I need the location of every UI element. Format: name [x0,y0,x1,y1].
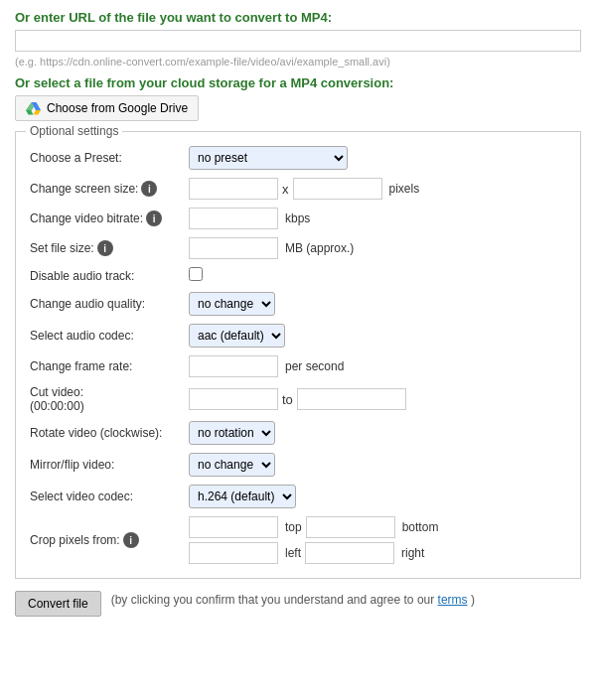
filesize-cell: MB (approx.) [187,233,568,263]
screen-size-cell: x pixels [187,174,568,204]
cut-video-row: Cut video: (00:00:00) to [28,381,568,417]
audio-quality-cell: no change [187,288,568,320]
filesize-label: Set file size: [30,241,94,255]
terms-link[interactable]: terms [438,593,468,607]
cloud-title: Or select a file from your cloud storage… [15,75,581,90]
bitrate-label-cell: Change video bitrate: i [28,204,187,233]
mirror-label: Mirror/flip video: [28,449,187,481]
video-codec-row: Select video codec: h.264 (default) [28,481,568,512]
convert-note-end: ) [471,593,475,607]
cut-to-label: to [282,392,293,407]
cut-to-input[interactable] [297,388,406,410]
gdrive-button[interactable]: Choose from Google Drive [15,95,199,121]
preset-cell: no preset [187,142,568,174]
filesize-info-icon[interactable]: i [97,240,113,256]
framerate-label: Change frame rate: [28,351,187,381]
audio-quality-label: Change audio quality: [28,288,187,320]
filesize-row: Set file size: i MB (approx.) [28,233,568,263]
crop-right-input[interactable] [305,542,394,564]
audio-codec-label: Select audio codec: [28,320,187,351]
rotate-select[interactable]: no rotation [189,421,275,445]
crop-bottom-input[interactable] [306,516,395,538]
video-codec-cell: h.264 (default) [187,481,568,512]
bitrate-unit: kbps [285,211,310,225]
crop-right-label: right [401,546,424,560]
crop-row: Crop pixels from: i top bottom left [28,512,568,568]
screen-size-label: Change screen size: [30,182,138,196]
footer-section: Convert file (by clicking you confirm th… [15,591,581,617]
bitrate-row: Change video bitrate: i kbps [28,204,568,233]
crop-label-cell: Crop pixels from: i [28,512,187,568]
screen-size-info-icon[interactable]: i [141,181,157,197]
crop-top-input[interactable] [189,516,278,538]
cut-video-label-cell: Cut video: (00:00:00) [28,381,187,417]
crop-top-label: top [285,520,302,534]
audio-quality-row: Change audio quality: no change [28,288,568,320]
rotate-row: Rotate video (clockwise): no rotation [28,417,568,449]
convert-note-text: (by clicking you confirm that you unders… [111,593,435,607]
framerate-input[interactable] [189,355,278,377]
video-codec-select[interactable]: h.264 (default) [189,485,296,508]
bitrate-info-icon[interactable]: i [146,210,162,226]
crop-bottom-label: bottom [402,520,439,534]
audio-quality-select[interactable]: no change [189,292,275,316]
gdrive-button-label: Choose from Google Drive [47,101,188,115]
framerate-row: Change frame rate: per second [28,351,568,381]
url-section: Or enter URL of the file you want to con… [15,10,581,68]
screen-x-sep: x [282,182,289,197]
crop-info-icon[interactable]: i [123,532,139,548]
url-input[interactable] [15,30,581,52]
svg-marker-2 [34,110,42,115]
settings-table: Choose a Preset: no preset Change screen… [28,142,568,568]
cut-video-cell: to [187,381,568,417]
screen-width-input[interactable] [189,178,278,200]
preset-select[interactable]: no preset [189,146,348,170]
optional-legend: Optional settings [26,124,122,138]
optional-settings-box: Optional settings Choose a Preset: no pr… [15,131,581,579]
mirror-select[interactable]: no change [189,453,275,477]
rotate-label: Rotate video (clockwise): [28,417,187,449]
disable-audio-checkbox[interactable] [189,267,203,281]
audio-codec-select[interactable]: aac (default) [189,324,285,348]
crop-left-input[interactable] [189,542,278,564]
screen-size-label-cell: Change screen size: i [28,174,187,204]
disable-audio-row: Disable audio track: [28,263,568,288]
preset-label: Choose a Preset: [28,142,187,174]
video-codec-label: Select video codec: [28,481,187,512]
audio-codec-cell: aac (default) [187,320,568,351]
cut-video-label: Cut video: [30,385,185,399]
url-placeholder: (e.g. https://cdn.online-convert.com/exa… [15,56,581,68]
disable-audio-label: Disable audio track: [28,263,187,288]
disable-audio-cell [187,263,568,288]
audio-codec-row: Select audio codec: aac (default) [28,320,568,351]
crop-left-label: left [285,546,301,560]
crop-label: Crop pixels from: [30,533,120,547]
mirror-cell: no change [187,449,568,481]
mirror-row: Mirror/flip video: no change [28,449,568,481]
cut-video-sub: (00:00:00) [30,399,185,413]
filesize-label-cell: Set file size: i [28,233,187,263]
screen-pixels-label: pixels [389,182,420,196]
rotate-cell: no rotation [187,417,568,449]
screen-size-row: Change screen size: i x pixels [28,174,568,204]
convert-button[interactable]: Convert file [15,591,101,617]
bitrate-input[interactable] [189,208,278,229]
preset-row: Choose a Preset: no preset [28,142,568,174]
bitrate-cell: kbps [187,204,568,233]
url-title: Or enter URL of the file you want to con… [15,10,581,25]
filesize-unit: MB (approx.) [285,241,354,255]
crop-cell: top bottom left right [187,512,568,568]
framerate-unit: per second [285,359,344,373]
cloud-section: Or select a file from your cloud storage… [15,75,581,121]
screen-height-input[interactable] [293,178,382,200]
cut-from-input[interactable] [189,388,278,410]
filesize-input[interactable] [189,237,278,259]
bitrate-label: Change video bitrate: [30,211,143,225]
framerate-cell: per second [187,351,568,381]
convert-note: (by clicking you confirm that you unders… [111,591,475,609]
gdrive-icon [26,100,42,116]
